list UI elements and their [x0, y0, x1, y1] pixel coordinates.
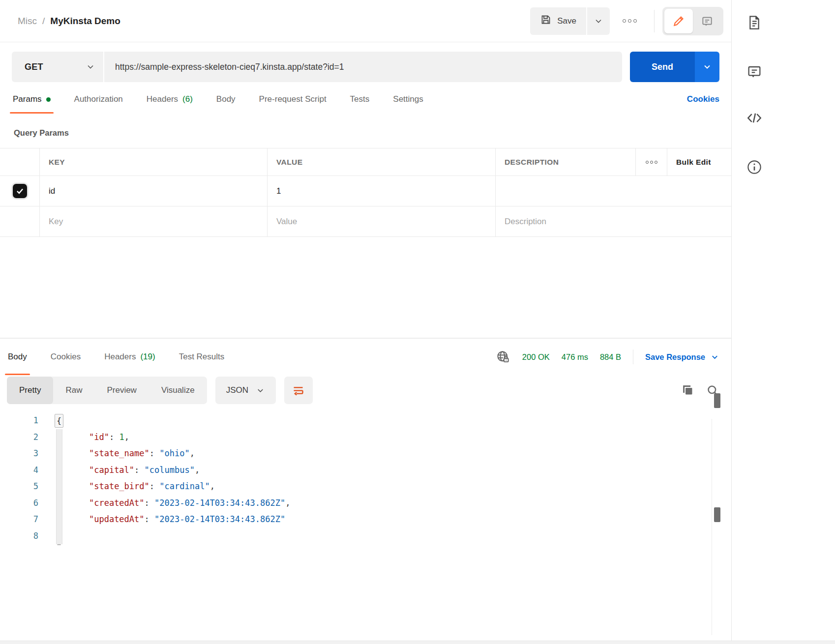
row-checkbox-cell — [0, 206, 39, 236]
fold-gutter — [53, 478, 65, 495]
code-line: 6 "createdAt": "2023-02-14T03:34:43.862Z… — [0, 495, 731, 512]
format-selector[interactable]: JSON — [215, 377, 276, 404]
fold-toggle[interactable]: { — [55, 414, 63, 428]
url-input[interactable]: https://sample-express-skeleton-cieq7.ki… — [104, 52, 622, 82]
check-icon — [15, 186, 25, 196]
more-dot-icon — [655, 161, 657, 164]
response-tab-test-results[interactable]: Test Results — [178, 339, 226, 375]
query-params-title: Query Params — [14, 126, 731, 139]
scrollbar-thumb[interactable] — [714, 393, 720, 408]
wrap-lines-button[interactable] — [284, 377, 313, 404]
fold-strip — [56, 495, 62, 512]
bottom-scrollbar-band[interactable] — [0, 641, 835, 644]
tab-label: Body — [216, 94, 236, 104]
response-time[interactable]: 476 ms — [562, 352, 588, 362]
info-icon[interactable] — [746, 159, 762, 175]
fold-strip — [56, 528, 62, 545]
save-button[interactable]: Save — [530, 7, 586, 35]
response-tabs-row: Body Cookies Headers (19) Test Results — [0, 339, 731, 375]
tab-label: Body — [8, 352, 27, 362]
response-view-toolbar: Pretty Raw Preview Visualize JSON — [0, 375, 731, 406]
tab-count: (6) — [182, 94, 193, 104]
more-dot-icon — [633, 19, 637, 23]
breadcrumb: Misc / MyKinsta Demo — [18, 16, 120, 27]
more-dot-icon — [646, 161, 649, 164]
cookies-link[interactable]: Cookies — [687, 94, 719, 104]
postman-window: Misc / MyKinsta Demo Save — [0, 0, 835, 644]
save-button-label: Save — [557, 16, 576, 26]
save-response-button[interactable]: Save Response — [645, 352, 719, 362]
tab-tests[interactable]: Tests — [349, 85, 371, 114]
line-number: 1 — [0, 412, 38, 429]
fold-gutter — [53, 429, 65, 446]
view-tab-raw[interactable]: Raw — [53, 377, 94, 404]
param-value-cell[interactable]: 1 — [267, 176, 495, 206]
tab-label: Test Results — [179, 352, 225, 362]
documentation-icon[interactable] — [746, 15, 762, 30]
url-text: https://sample-express-skeleton-cieq7.ki… — [115, 62, 344, 72]
response-tab-headers[interactable]: Headers (19) — [103, 339, 156, 375]
line-number: 8 — [0, 528, 38, 545]
param-key-cell[interactable]: id — [39, 176, 267, 206]
column-options-button[interactable] — [635, 148, 667, 176]
more-actions-button[interactable] — [617, 8, 642, 34]
param-key-placeholder[interactable]: Key — [39, 206, 267, 236]
table-header-row: KEY VALUE DESCRIPTION Bulk Edit — [0, 148, 731, 176]
param-description-cell[interactable] — [495, 176, 731, 206]
more-dot-icon — [623, 19, 626, 23]
pencil-icon — [672, 15, 685, 28]
tab-settings[interactable]: Settings — [392, 85, 424, 114]
fold-strip — [56, 429, 62, 446]
comments-mode-tab[interactable] — [693, 9, 721, 33]
tab-label: Headers — [147, 94, 178, 104]
pane-mode-toggle — [662, 7, 723, 35]
breadcrumb-collection[interactable]: Misc — [18, 16, 37, 27]
bulk-edit-button[interactable]: Bulk Edit — [667, 148, 731, 176]
params-active-dot — [46, 97, 51, 102]
param-value-placeholder[interactable]: Value — [267, 206, 495, 236]
param-checkbox-checked[interactable] — [13, 184, 27, 198]
fold-toggle[interactable] — [57, 544, 61, 545]
chevron-down-icon — [594, 16, 603, 26]
spacer — [0, 237, 731, 338]
response-tab-cookies[interactable]: Cookies — [50, 339, 82, 375]
view-tab-preview[interactable]: Preview — [94, 377, 149, 404]
status-code[interactable]: 200 OK — [522, 352, 550, 362]
tab-body[interactable]: Body — [215, 85, 237, 114]
tab-headers[interactable]: Headers (6) — [146, 85, 194, 114]
tab-params[interactable]: Params — [12, 85, 52, 114]
response-size[interactable]: 884 B — [600, 352, 621, 362]
column-value: VALUE — [267, 148, 495, 176]
response-tab-body[interactable]: Body — [7, 339, 28, 375]
send-button[interactable]: Send — [630, 52, 695, 82]
request-url-row: GET https://sample-express-skeleton-cieq… — [12, 52, 719, 82]
tab-label: Params — [13, 94, 42, 104]
view-tab-visualize[interactable]: Visualize — [149, 377, 207, 404]
tab-label: Settings — [393, 94, 423, 104]
code-line — [0, 544, 731, 545]
view-tab-pretty[interactable]: Pretty — [7, 377, 53, 404]
table-row: id 1 — [0, 176, 731, 206]
fold-gutter — [53, 528, 65, 545]
method-label: GET — [25, 62, 43, 72]
fold-gutter — [53, 462, 65, 479]
fold-gutter — [53, 544, 65, 545]
method-selector[interactable]: GET — [12, 52, 103, 82]
copy-icon[interactable] — [681, 384, 694, 397]
request-tabs: Params Authorization Headers (6) Body Pr… — [0, 85, 731, 114]
code-snippet-icon[interactable] — [746, 110, 762, 126]
save-split-button: Save — [530, 7, 610, 35]
comments-icon[interactable] — [746, 64, 762, 80]
tab-authorization[interactable]: Authorization — [73, 85, 124, 114]
more-dot-icon — [650, 161, 653, 164]
line-number — [0, 544, 38, 545]
send-options-button[interactable] — [695, 52, 719, 82]
tab-pre-request-script[interactable]: Pre-request Script — [258, 85, 328, 114]
globe-lock-icon[interactable] — [496, 350, 510, 364]
scrollbar-thumb[interactable] — [714, 507, 720, 522]
param-description-placeholder[interactable]: Description — [495, 206, 731, 236]
breadcrumb-request-name[interactable]: MyKinsta Demo — [50, 16, 120, 27]
save-options-button[interactable] — [587, 7, 610, 35]
edit-mode-tab[interactable] — [664, 9, 693, 33]
response-body-json: 1 { 2 "id": 1, 3 "state_name": "ohio", 4… — [0, 412, 731, 545]
